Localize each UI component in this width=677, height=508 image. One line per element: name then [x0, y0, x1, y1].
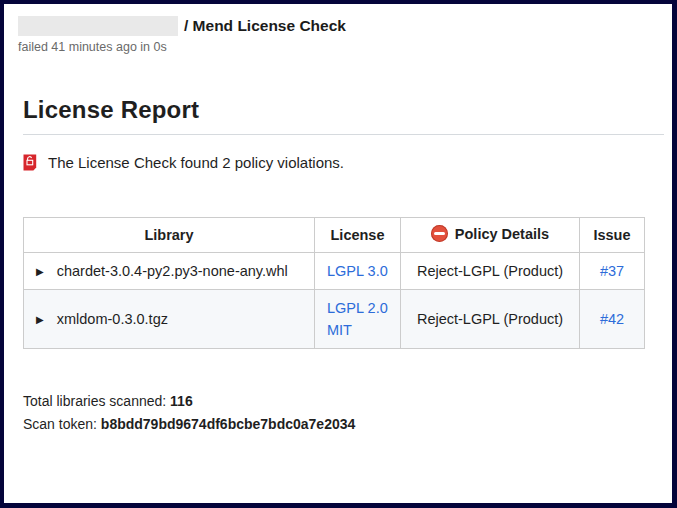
violation-message: The License Check found 2 policy violati…	[48, 154, 344, 171]
report-body: License Report The License Check found 2…	[23, 96, 664, 432]
check-run-page: / Mend License Check failed 41 minutes a…	[0, 0, 677, 508]
run-header: / Mend License Check failed 41 minutes a…	[18, 16, 672, 54]
license-cell: LGPL 2.0 MIT	[315, 290, 401, 349]
policy-header-label: Policy Details	[455, 226, 549, 242]
run-title-text: / Mend License Check	[184, 17, 346, 35]
total-libraries-value: 116	[170, 393, 193, 409]
total-libraries-label: Total libraries scanned:	[23, 393, 166, 409]
expand-row-icon[interactable]: ▶	[36, 266, 44, 277]
scan-summary: Total libraries scanned: 116 Scan token:…	[23, 393, 664, 432]
license-report-table: Library License Policy Details Issue ▶	[23, 217, 645, 349]
scan-token-label: Scan token:	[23, 416, 97, 432]
violation-summary: The License Check found 2 policy violati…	[23, 154, 664, 171]
table-row: ▶ xmldom-0.3.0.tgz LGPL 2.0 MIT Reject-L…	[24, 290, 645, 349]
issue-cell: #42	[580, 290, 645, 349]
no-entry-icon	[431, 225, 448, 242]
issue-cell: #37	[580, 253, 645, 290]
library-cell: ▶ xmldom-0.3.0.tgz	[24, 290, 315, 349]
column-header-issue: Issue	[580, 218, 645, 253]
run-status: failed 41 minutes ago in 0s	[18, 40, 672, 54]
license-link[interactable]: MIT	[327, 319, 352, 341]
scan-token-value: b8bdd79bd9674df6bcbe7bdc0a7e2034	[101, 416, 355, 432]
issue-link[interactable]: #37	[600, 263, 624, 279]
table-header-row: Library License Policy Details Issue	[24, 218, 645, 253]
library-name: chardet-3.0.4-py2.py3-none-any.whl	[57, 263, 288, 279]
license-link[interactable]: LGPL 2.0	[327, 297, 388, 319]
page-title: License Report	[23, 96, 664, 124]
total-libraries-line: Total libraries scanned: 116	[23, 393, 664, 409]
library-cell: ▶ chardet-3.0.4-py2.py3-none-any.whl	[24, 253, 315, 290]
policy-cell: Reject-LGPL (Product)	[401, 290, 580, 349]
expand-row-icon[interactable]: ▶	[36, 314, 44, 325]
run-title: / Mend License Check	[18, 16, 672, 36]
license-cell: LGPL 3.0	[315, 253, 401, 290]
license-violation-icon	[23, 154, 37, 171]
scan-token-line: Scan token: b8bdd79bd9674df6bcbe7bdc0a7e…	[23, 416, 664, 432]
column-header-policy: Policy Details	[401, 218, 580, 253]
policy-cell: Reject-LGPL (Product)	[401, 253, 580, 290]
library-name: xmldom-0.3.0.tgz	[57, 311, 168, 327]
column-header-library: Library	[24, 218, 315, 253]
heading-divider	[23, 134, 664, 135]
license-link[interactable]: LGPL 3.0	[327, 260, 388, 282]
issue-link[interactable]: #42	[600, 311, 624, 327]
column-header-license: License	[315, 218, 401, 253]
table-row: ▶ chardet-3.0.4-py2.py3-none-any.whl LGP…	[24, 253, 645, 290]
redacted-workflow-name	[18, 16, 178, 36]
